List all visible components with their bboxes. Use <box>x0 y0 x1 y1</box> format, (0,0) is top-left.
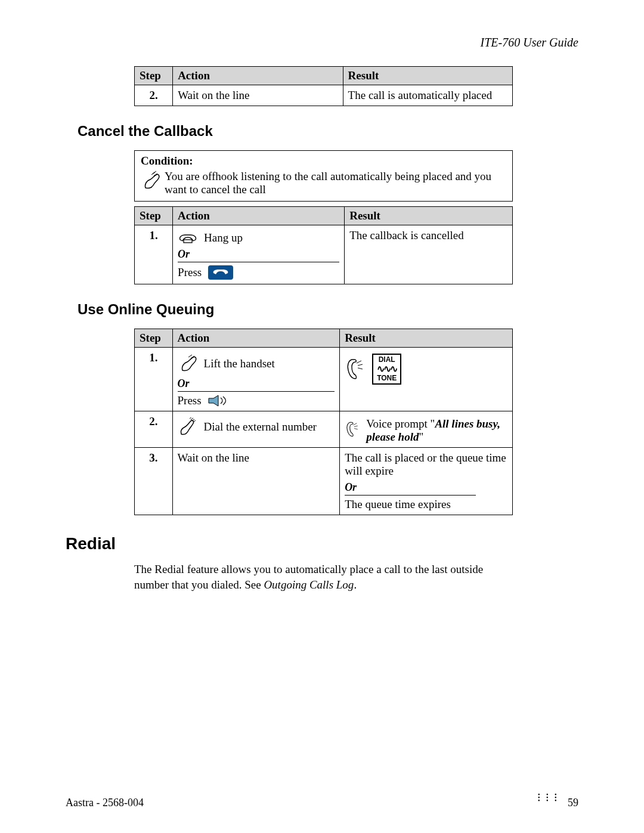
lift-handset-icon <box>178 354 198 374</box>
vp-pre: Voice prompt " <box>366 417 435 430</box>
table-cancel: Step Action Result 1. Hang up Or Press <box>134 206 513 284</box>
result-line1: The call is placed or the queue time wil… <box>345 451 507 478</box>
body-post: . <box>354 578 357 591</box>
cell-result: The call is automatically placed <box>343 85 512 106</box>
cell-step: 3. <box>135 448 173 515</box>
table-callback-cont: Step Action Result 2. Wait on the line T… <box>134 66 513 106</box>
redial-body: The Redial feature allows you to automat… <box>134 562 513 592</box>
cell-result: DIAL ∿∿∿ TONE <box>340 348 513 411</box>
th-result: Result <box>343 67 512 85</box>
cell-result: Voice prompt "All lines busy, please hol… <box>340 411 513 448</box>
table-row: 1. Hang up Or Press <box>135 225 513 284</box>
cell-step: 2. <box>135 411 173 448</box>
doc-header: ITE-760 User Guide <box>66 36 578 49</box>
cell-step: 2. <box>135 85 173 106</box>
th-result: Result <box>345 207 513 225</box>
heading-redial: Redial <box>66 534 578 553</box>
ear-handset-icon <box>345 357 366 381</box>
or-divider: Or <box>178 377 335 392</box>
cell-step: 1. <box>135 225 173 284</box>
cell-step: 1. <box>135 348 173 411</box>
footer-left: Aastra - 2568-004 <box>66 797 144 809</box>
th-action: Action <box>172 329 340 348</box>
or-divider: Or <box>178 248 339 262</box>
ear-handset-icon <box>345 417 360 441</box>
footer-right: • • •• • •• • • 59 <box>538 797 578 809</box>
dial-label: DIAL <box>379 355 395 364</box>
th-action: Action <box>173 67 343 85</box>
condition-label: Condition: <box>141 154 506 168</box>
th-action: Action <box>173 207 345 225</box>
cell-action: Dial the external number <box>172 411 340 448</box>
svg-rect-1 <box>208 265 233 280</box>
cell-action: Wait on the line <box>173 85 343 106</box>
th-step: Step <box>135 67 173 85</box>
heading-cancel-callback: Cancel the Callback <box>78 123 578 140</box>
hand-holding-icon <box>141 170 165 193</box>
dial-finger-icon <box>178 417 198 436</box>
release-button-icon <box>208 265 234 280</box>
page-footer: Aastra - 2568-004 • • •• • •• • • 59 <box>66 797 578 809</box>
vp-post: " <box>419 431 423 443</box>
svg-rect-0 <box>184 240 192 243</box>
cell-result: The call is placed or the queue time wil… <box>340 448 513 515</box>
table-queue: Step Action Result 1. Lift the handset O… <box>134 329 513 515</box>
press-label: Press <box>178 266 202 279</box>
condition-text: You are offhook listening to the call au… <box>165 170 506 196</box>
cell-action: Hang up Or Press <box>173 225 345 284</box>
th-step: Step <box>135 207 173 225</box>
voice-prompt-text: Voice prompt "All lines busy, please hol… <box>366 417 507 444</box>
dial-tone-badge: DIAL ∿∿∿ TONE <box>372 354 401 385</box>
lift-label: Lift the handset <box>204 357 275 370</box>
body-em: Outgoing Calls Log <box>264 578 354 591</box>
table-row: 3. Wait on the line The call is placed o… <box>135 448 513 515</box>
cell-action: Wait on the line <box>172 448 340 515</box>
hangup-label: Hang up <box>204 231 243 244</box>
footer-dots-icon: • • •• • •• • • <box>538 793 559 802</box>
handset-cradle-icon <box>178 231 198 244</box>
heading-online-queuing: Use Online Queuing <box>78 301 578 318</box>
result-line2: The queue time expires <box>345 498 507 511</box>
press-label: Press <box>178 394 202 407</box>
speaker-button-icon <box>208 395 229 407</box>
table-row: 2. Wait on the line The call is automati… <box>135 85 513 106</box>
table-row: 2. Dial the external number <box>135 411 513 448</box>
or-divider: Or <box>345 481 476 496</box>
dial-label: Dial the external number <box>204 420 317 433</box>
th-step: Step <box>135 329 173 348</box>
cell-result: The callback is cancelled <box>345 225 513 284</box>
condition-box: Condition: You are offhook listening to … <box>134 150 513 202</box>
tone-label: TONE <box>377 374 397 382</box>
page-number: 59 <box>568 797 578 809</box>
cell-action: Lift the handset Or Press <box>172 348 340 411</box>
table-row: 1. Lift the handset Or Press <box>135 348 513 411</box>
th-result: Result <box>340 329 513 348</box>
